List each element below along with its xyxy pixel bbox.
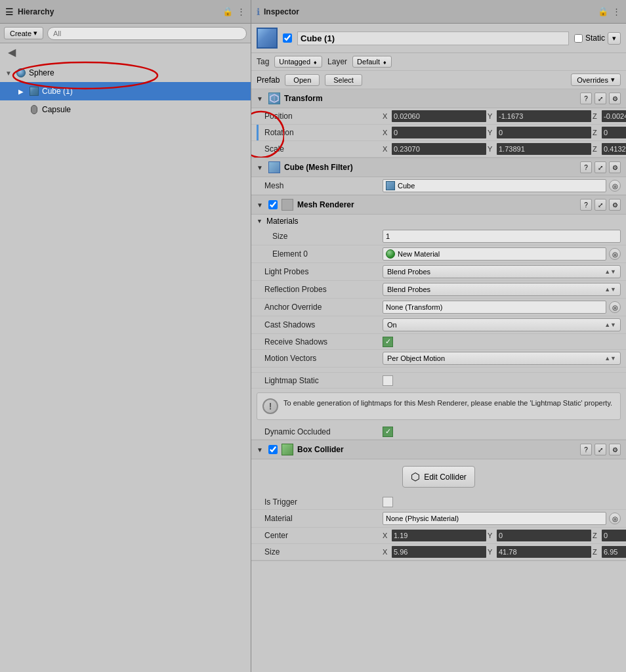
mesh-filter-settings-button[interactable]: ⚙ (609, 161, 621, 173)
reflection-probes-dropdown[interactable]: Blend Probes ▲▼ (383, 283, 621, 296)
position-y-input[interactable] (497, 110, 591, 122)
hierarchy-panel-header: ☰ Hierarchy 🔒 ⋮ (0, 0, 251, 24)
info-icon: ! (262, 398, 278, 414)
materials-size-input[interactable] (383, 230, 621, 243)
lightmap-static-label: Lightmap Static (264, 376, 383, 385)
collider-size-x-input[interactable] (392, 546, 486, 558)
inspector-kebab-icon[interactable]: ⋮ (612, 7, 621, 16)
mesh-filter-icon (268, 161, 280, 173)
transform-expand-button[interactable]: ⤢ (595, 93, 606, 104)
static-checkbox[interactable] (574, 34, 583, 43)
dynamic-occluded-label: Dynamic Occluded (264, 427, 383, 436)
mesh-renderer-enabled-checkbox[interactable] (268, 200, 278, 209)
collider-size-x-label: X (383, 548, 390, 556)
cast-shadows-dropdown[interactable]: On ▲▼ (383, 318, 621, 331)
transform-help-button[interactable]: ? (580, 93, 592, 104)
motion-vectors-dropdown[interactable]: Per Object Motion ▲▼ (383, 352, 621, 365)
mesh-renderer-title: Mesh Renderer (297, 200, 576, 209)
motion-vectors-value-group: Per Object Motion ▲▼ (383, 352, 621, 365)
collider-material-select-button[interactable]: ◎ (609, 513, 621, 524)
light-probes-dropdown[interactable]: Blend Probes ▲▼ (383, 265, 621, 278)
transform-section: ▼ Transform ? ⤢ ⚙ Position (251, 89, 626, 158)
receive-shadows-checkbox[interactable]: ✓ (383, 337, 393, 347)
anchor-override-select-button[interactable]: ◎ (609, 301, 621, 313)
box-collider-expand-icon: ▼ (257, 446, 264, 453)
create-button[interactable]: Create ▾ (4, 27, 43, 39)
hierarchy-tree: ▼ Sphere ▶ Cube (1) Capsule (0, 61, 251, 121)
object-name-input[interactable] (297, 32, 569, 45)
mesh-filter-expand-button[interactable]: ⤢ (595, 161, 606, 173)
mesh-filter-help-button[interactable]: ? (580, 161, 592, 173)
position-x-input[interactable] (392, 110, 486, 122)
materials-label: Materials (266, 217, 299, 226)
materials-expand-icon: ▼ (257, 218, 262, 224)
inspector-lock-icon[interactable]: 🔒 (598, 7, 608, 16)
mesh-cube-icon (386, 181, 395, 190)
mesh-renderer-help-button[interactable]: ? (580, 199, 592, 211)
box-collider-enabled-checkbox[interactable] (268, 445, 278, 454)
rotation-z-input[interactable] (602, 127, 626, 138)
reflection-probes-value: Blend Probes (387, 285, 430, 293)
collider-size-y-input[interactable] (497, 546, 591, 558)
tree-item-sphere-root[interactable]: ▼ Sphere (0, 64, 251, 82)
info-text: To enable generation of lightmaps for th… (283, 398, 612, 408)
mesh-select-button[interactable]: ◎ (609, 180, 621, 192)
is-trigger-checkbox[interactable] (383, 497, 393, 507)
box-collider-help-button[interactable]: ? (580, 444, 592, 455)
inspector-info-icon: ℹ (257, 7, 260, 17)
collider-size-y-label: Y (488, 548, 495, 556)
mesh-filter-header[interactable]: ▼ Cube (Mesh Filter) ? ⤢ ⚙ (251, 158, 626, 177)
prefab-open-button[interactable]: Open (285, 74, 320, 86)
object-enabled-checkbox[interactable] (283, 33, 292, 43)
mesh-renderer-settings-button[interactable]: ⚙ (609, 199, 621, 211)
collider-center-y-label: Y (488, 532, 495, 539)
dynamic-occluded-row: Dynamic Occluded ✓ (251, 424, 626, 440)
position-xyz-group: X Y Z (383, 110, 626, 122)
collider-center-x-input[interactable] (392, 530, 486, 541)
position-z-input[interactable] (602, 110, 626, 122)
tree-item-cube1[interactable]: ▶ Cube (1) (0, 82, 251, 100)
sphere-icon (16, 68, 26, 78)
hierarchy-kebab-icon[interactable]: ⋮ (237, 7, 245, 16)
is-trigger-row: Is Trigger (251, 494, 626, 510)
prefab-overrides-button[interactable]: Overrides ▾ (571, 74, 621, 86)
static-dropdown[interactable]: ▾ (608, 32, 621, 45)
nav-back-button[interactable]: ◀ (5, 46, 18, 58)
layer-dropdown[interactable]: Default ⬧ (352, 56, 392, 68)
dynamic-occluded-checkbox[interactable]: ✓ (383, 427, 393, 437)
rotation-y-label: Y (488, 129, 495, 136)
lightmap-static-checkbox[interactable] (383, 375, 393, 386)
mesh-renderer-header[interactable]: ▼ Mesh Renderer ? ⤢ ⚙ (251, 196, 626, 215)
scale-y-input[interactable] (497, 143, 591, 155)
transform-header[interactable]: ▼ Transform ? ⤢ ⚙ (251, 89, 626, 108)
inspector-header: ℹ Inspector 🔒 ⋮ (251, 0, 626, 24)
collider-size-x-field: X (383, 546, 486, 558)
box-collider-expand-button[interactable]: ⤢ (595, 444, 606, 455)
hierarchy-lock-icon[interactable]: 🔒 (222, 7, 233, 16)
motion-vectors-arrows-icon: ▲▼ (604, 355, 616, 362)
hierarchy-search-input[interactable] (47, 27, 247, 40)
collider-center-z-input[interactable] (602, 530, 626, 541)
collider-size-z-input[interactable] (602, 546, 626, 558)
rotation-x-input[interactable] (392, 127, 486, 138)
scale-x-input[interactable] (392, 143, 486, 155)
transform-scale-row: Scale X Y Z (251, 141, 626, 158)
mesh-renderer-expand-button[interactable]: ⤢ (595, 199, 606, 211)
box-collider-header[interactable]: ▼ Box Collider ? ⤢ ⚙ (251, 440, 626, 459)
position-z-label: Z (593, 112, 600, 120)
inspector-title: Inspector (264, 7, 299, 16)
collider-size-z-label: Z (593, 548, 600, 556)
tag-dropdown[interactable]: Untagged ⬧ (274, 56, 322, 68)
collider-center-y-input[interactable] (497, 530, 591, 541)
edit-collider-button[interactable]: ⬡ Edit Collider (402, 466, 475, 488)
rotation-y-input[interactable] (497, 127, 591, 138)
scale-z-input[interactable] (602, 143, 626, 155)
prefab-select-button[interactable]: Select (325, 74, 362, 86)
collider-center-z-label: Z (593, 532, 600, 539)
capsule-label: Capsule (42, 105, 71, 114)
tree-item-capsule[interactable]: Capsule (0, 100, 251, 119)
box-collider-settings-button[interactable]: ⚙ (609, 444, 621, 455)
lightmap-info-box: ! To enable generation of lightmaps for … (257, 392, 621, 420)
element0-select-button[interactable]: ◎ (609, 248, 621, 260)
transform-settings-button[interactable]: ⚙ (609, 93, 621, 104)
